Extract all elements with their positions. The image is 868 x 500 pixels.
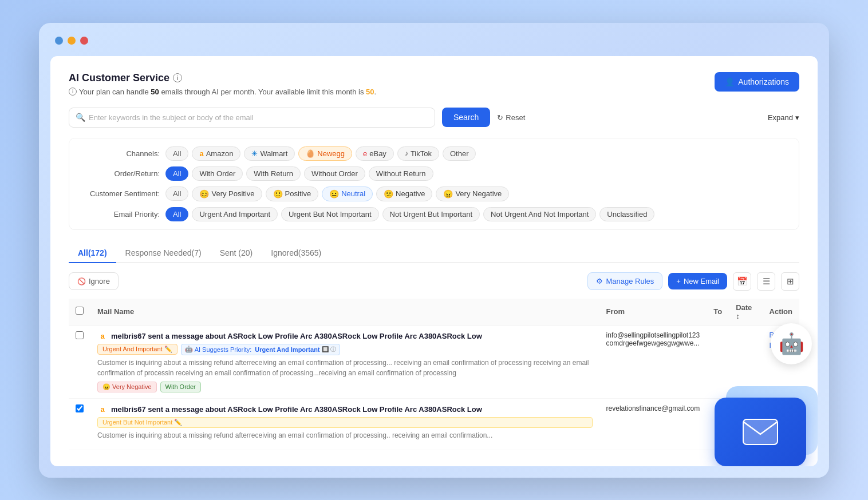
priority-urgent-important[interactable]: Urgent And Important [192,207,278,221]
main-content: AI Customer Service i i Your plan can ha… [50,56,818,466]
reset-label: Reset [506,113,525,122]
channels-label: Channels: [80,149,160,158]
auth-button-label: Authorizations [738,77,789,86]
th-to: To [707,299,729,326]
amazon-channel-icon: a [97,331,108,342]
priority-not-urgent-not-important[interactable]: Not Urgent And Not Important [483,207,596,221]
sentiment-neutral[interactable]: 😐 Neutral [322,186,373,201]
channel-amazon[interactable]: a Amazon [192,146,240,161]
neutral-icon: 😐 [329,189,339,199]
order-label: Order/Return: [80,169,160,178]
page-title-text: AI Customer Service [69,72,169,84]
very-negative-icon: 😠 [443,189,453,199]
negative-icon: 😕 [384,189,393,199]
sentiment-very-negative[interactable]: 😠 Very Negative [436,186,509,201]
dot-orange [68,37,76,45]
priority-not-urgent-important[interactable]: Not Urgent But Important [382,207,480,221]
row1-tag-very-negative: 😠 Very Negative [97,382,157,392]
order-chips: All With Order With Return Without Order… [165,166,433,181]
tiktok-icon: ♪ [405,149,408,157]
row2-actions: Reply [763,398,799,450]
search-icon: 🔍 [76,113,85,122]
ignore-button[interactable]: 🚫 Ignore [69,272,119,290]
th-checkbox [69,299,90,326]
row1-preview: Customer is inquiring about a missing re… [97,358,593,378]
row2-preview: Customer is inquiring about a missing re… [97,430,593,441]
order-all[interactable]: All [165,166,188,181]
row2-action-links: Reply [770,404,792,412]
row1-priority-tag: Urgent And Important ✏️ [97,344,177,355]
grid-view-button[interactable]: ⊞ [781,272,799,291]
row1-to [707,325,729,398]
rules-icon: ⚙ [596,277,603,285]
row2-subject: a melbris67 sent a message about ASRock … [97,404,593,415]
priority-unclassified[interactable]: Unclassified [599,207,654,221]
manage-rules-button[interactable]: ⚙ Manage Rules [587,272,662,290]
row1-tags: 😠 Very Negative With Order [97,382,593,392]
sentiment-chips: All 😊 Very Positive 🙂 Positive 😐 Neutral… [165,186,509,201]
expand-button[interactable]: Expand ▾ [768,113,799,122]
tab-sent[interactable]: Sent (20) [211,244,262,263]
order-without-order[interactable]: Without Order [304,166,365,181]
page-title: AI Customer Service i [69,72,376,84]
new-email-label: New Email [684,277,719,285]
table-row: a melbris67 sent a message about ASRock … [69,398,799,450]
row2-priority-tag: Urgent But Not Important ✏️ [97,417,593,428]
priority-all[interactable]: All [165,207,188,221]
order-without-return[interactable]: Without Return [369,166,433,181]
order-with-return[interactable]: With Return [246,166,301,181]
sentiment-positive[interactable]: 🙂 Positive [266,186,319,201]
calendar-icon-button[interactable]: 📅 [733,272,751,291]
row2-date: 86:00 [729,398,762,450]
tab-ignored[interactable]: Ignored(3565) [262,244,330,263]
ai-icon: 🤖 [185,346,193,353]
select-all-checkbox[interactable] [76,307,84,315]
row1-checkbox-cell [69,325,90,398]
authorizations-button[interactable]: 👤 Authorizations [715,72,799,92]
tab-response-needed[interactable]: Response Needed(7) [116,244,211,263]
sentiment-negative[interactable]: 😕 Negative [376,186,432,201]
row1-reply-link[interactable]: Reply [770,331,792,339]
th-from: From [599,299,707,326]
dot-red [80,37,88,45]
ai-help-icon: ⓘ [330,346,336,354]
list-view-button[interactable]: ☰ [757,272,775,291]
search-button[interactable]: Search [442,108,490,127]
sentiment-all[interactable]: All [165,186,188,201]
row2-from-text: revelationsfinance@gmail.com [606,404,700,412]
browser-window: AI Customer Service i i Your plan can ha… [39,23,829,478]
tab-all[interactable]: All(172) [69,244,116,263]
row2-date-text: 86:00 [736,404,755,412]
search-input-wrap: 🔍 [69,108,435,128]
order-with-order[interactable]: With Order [192,166,243,181]
dot-blue [55,37,63,45]
ignore-label: Ignore [89,277,110,285]
filter-row-channels: Channels: All a Amazon ✳ Walmart 🥚 Neweg… [80,146,788,161]
channel-all[interactable]: All [165,146,188,161]
browser-chrome [50,34,818,47]
ignore-icon: 🚫 [77,277,86,285]
sentiment-very-positive[interactable]: 😊 Very Positive [192,186,262,201]
filters-section: Channels: All a Amazon ✳ Walmart 🥚 Neweg… [69,138,799,230]
channel-other[interactable]: Other [443,146,476,161]
row1-from-text2: comdrgeefwgewgesgwgwwe... [606,339,700,347]
priority-urgent-not-important[interactable]: Urgent But Not Important [281,207,379,221]
search-input[interactable] [69,108,435,128]
row1-checkbox[interactable] [76,331,84,339]
channel-walmart[interactable]: ✳ Walmart [244,146,295,161]
manage-rules-label: Manage Rules [606,277,654,285]
row2-reply-link[interactable]: Reply [770,404,792,412]
row2-checkbox[interactable] [76,404,84,412]
row1-ignore-link[interactable]: Ignore [770,342,792,350]
expand-label: Expand [768,113,793,122]
channel-newegg[interactable]: 🥚 Newegg [298,146,352,161]
calendar-icon: 📅 [737,276,748,287]
row1-from-text: info@sellingpilotsellingpilot123 [606,331,700,339]
plan-info: i Your plan can handle 50 emails through… [69,88,376,96]
channel-ebay[interactable]: e eBay [356,146,394,161]
positive-icon: 🙂 [273,189,283,199]
reset-button[interactable]: ↻ Reset [497,113,525,122]
page-title-info-icon[interactable]: i [173,73,182,82]
new-email-button[interactable]: + New Email [668,273,727,289]
channel-tiktok[interactable]: ♪ TikTok [397,146,439,161]
